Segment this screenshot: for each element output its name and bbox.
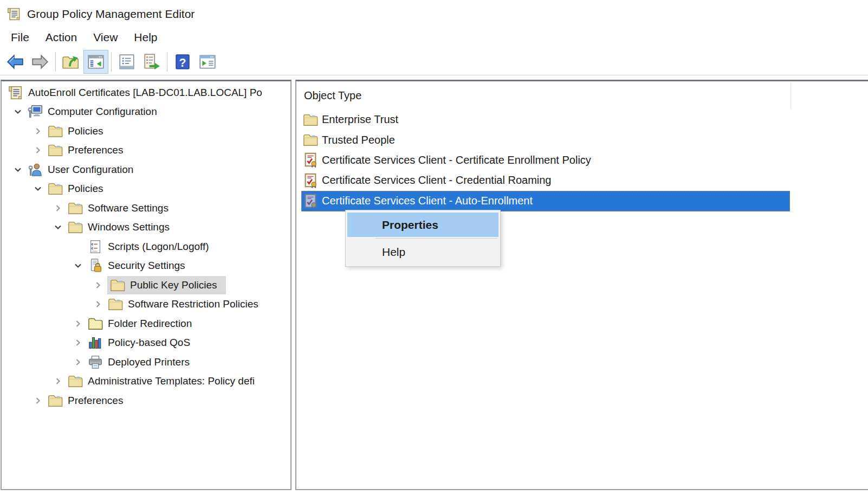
tree-item-label: Administrative Templates: Policy defi bbox=[88, 375, 258, 387]
tree-item-user-policies[interactable]: Policies bbox=[2, 179, 290, 199]
menu-view[interactable]: View bbox=[85, 29, 126, 46]
computer-configuration-icon bbox=[27, 104, 43, 120]
chevron-right-icon[interactable] bbox=[89, 299, 107, 310]
show-console-tree-button[interactable] bbox=[83, 50, 108, 74]
column-header-object-type[interactable]: Object Type bbox=[296, 81, 868, 110]
chevron-right-icon[interactable] bbox=[49, 203, 67, 214]
list-item-trusted-people[interactable]: Trusted People bbox=[296, 130, 868, 150]
tree-item-folder-redirection[interactable]: Folder Redirection bbox=[2, 314, 290, 333]
tree-item-windows-settings[interactable]: Windows Settings bbox=[2, 218, 290, 237]
toolbar bbox=[0, 49, 868, 75]
folder-icon bbox=[47, 393, 63, 409]
list-item-label: Enterprise Trust bbox=[322, 113, 398, 126]
tree-item-label: Scripts (Logon/Logoff) bbox=[108, 241, 212, 253]
certificate-icon bbox=[302, 152, 319, 168]
list-item-label: Certificate Services Client - Credential… bbox=[322, 174, 552, 187]
console-tree-pane: AutoEnroll Certificates [LAB-DC01.LAB.LO… bbox=[1, 80, 292, 490]
tree-item-computer-preferences[interactable]: Preferences bbox=[2, 141, 290, 160]
properties-button[interactable] bbox=[114, 50, 139, 74]
list-item-label: Certificate Services Client - Certificat… bbox=[322, 154, 591, 166]
chevron-right-icon[interactable] bbox=[29, 395, 47, 406]
back-button[interactable] bbox=[3, 50, 28, 74]
chevron-right-icon[interactable] bbox=[69, 337, 87, 348]
tree-item-label: Software Restriction Policies bbox=[128, 298, 262, 310]
menu-help[interactable]: Help bbox=[126, 29, 165, 46]
chevron-down-icon[interactable] bbox=[49, 222, 67, 233]
export-list-button[interactable] bbox=[139, 50, 164, 74]
certificate-icon bbox=[302, 193, 319, 209]
list-item-auto-enrollment[interactable]: Certificate Services Client - Auto-Enrol… bbox=[301, 191, 790, 211]
chevron-down-icon[interactable] bbox=[69, 260, 87, 271]
context-menu-item-properties[interactable]: Properties bbox=[347, 213, 498, 237]
new-window-button[interactable] bbox=[195, 50, 220, 74]
tree-item-scripts-logon-logoff[interactable]: Scripts (Logon/Logoff) bbox=[2, 237, 290, 256]
up-one-level-icon bbox=[62, 53, 80, 71]
context-menu-separator bbox=[375, 238, 497, 239]
certificate-icon bbox=[302, 172, 319, 189]
tree-item-user-preferences[interactable]: Preferences bbox=[2, 391, 290, 410]
list-item-cert-enrollment-policy[interactable]: Certificate Services Client - Certificat… bbox=[296, 150, 868, 170]
tree-item-label: Preferences bbox=[68, 144, 126, 156]
tree-item-root-gpo[interactable]: AutoEnroll Certificates [LAB-DC01.LAB.LO… bbox=[2, 83, 290, 102]
chevron-right-icon[interactable] bbox=[89, 280, 107, 291]
list-item-enterprise-trust[interactable]: Enterprise Trust bbox=[296, 110, 868, 130]
tree-item-computer-policies[interactable]: Policies bbox=[2, 121, 290, 141]
tree-item-label: User Configuration bbox=[48, 164, 137, 176]
column-header-label: Object Type bbox=[304, 89, 361, 102]
tree-item-software-settings[interactable]: Software Settings bbox=[2, 198, 290, 218]
chevron-right-icon[interactable] bbox=[29, 126, 47, 137]
security-settings-icon bbox=[87, 258, 103, 274]
chevron-down-icon[interactable] bbox=[29, 183, 47, 194]
new-window-icon bbox=[198, 53, 217, 71]
back-arrow-icon bbox=[6, 53, 24, 71]
window-title: Group Policy Management Editor bbox=[27, 8, 195, 21]
chevron-down-icon[interactable] bbox=[9, 164, 27, 175]
tree-item-security-settings[interactable]: Security Settings bbox=[2, 256, 290, 276]
tree-item-label: Policies bbox=[68, 125, 106, 137]
tree-item-public-key-policies[interactable]: Public Key Policies bbox=[2, 275, 290, 295]
tree-item-administrative-templates[interactable]: Administrative Templates: Policy defi bbox=[2, 372, 290, 391]
help-button[interactable] bbox=[170, 50, 195, 74]
scripts-icon bbox=[87, 239, 103, 255]
folder-icon bbox=[67, 200, 83, 216]
list-item-label: Certificate Services Client - Auto-Enrol… bbox=[322, 195, 533, 207]
menu-action[interactable]: Action bbox=[37, 29, 85, 46]
up-one-level-button[interactable] bbox=[59, 50, 83, 74]
list-item-credential-roaming[interactable]: Certificate Services Client - Credential… bbox=[296, 170, 868, 190]
results-list: Enterprise Trust Trusted People Certific… bbox=[296, 110, 868, 211]
column-divider[interactable] bbox=[791, 83, 791, 110]
folder-icon bbox=[47, 142, 63, 158]
tree-item-label: Deployed Printers bbox=[108, 356, 193, 368]
toolbar-separator bbox=[167, 52, 167, 72]
tree-item-user-configuration[interactable]: User Configuration bbox=[2, 160, 290, 179]
user-configuration-icon bbox=[27, 162, 43, 178]
toolbar-separator bbox=[55, 52, 56, 72]
export-list-icon bbox=[142, 53, 161, 71]
chevron-right-icon[interactable] bbox=[69, 318, 87, 329]
folder-icon bbox=[47, 123, 63, 139]
forward-arrow-icon bbox=[31, 53, 49, 71]
folder-icon bbox=[109, 277, 126, 293]
tree-item-label: AutoEnroll Certificates [LAB-DC01.LAB.LO… bbox=[28, 87, 265, 99]
context-menu-item-help[interactable]: Help bbox=[347, 240, 498, 264]
printer-icon bbox=[87, 354, 103, 370]
tree-item-computer-configuration[interactable]: Computer Configuration bbox=[2, 102, 290, 122]
menu-bar: File Action View Help bbox=[0, 27, 868, 48]
tree-item-label: Computer Configuration bbox=[48, 106, 160, 118]
window-titlebar: Group Policy Management Editor bbox=[7, 4, 195, 24]
chevron-right-icon[interactable] bbox=[69, 357, 87, 368]
tree-item-label: Public Key Policies bbox=[130, 279, 221, 291]
tree-item-software-restriction-policies[interactable]: Software Restriction Policies bbox=[2, 295, 290, 314]
folder-icon bbox=[302, 132, 319, 148]
folder-icon bbox=[107, 296, 124, 312]
tree-item-deployed-printers[interactable]: Deployed Printers bbox=[2, 352, 290, 372]
tree-item-policy-based-qos[interactable]: Policy-based QoS bbox=[2, 333, 290, 353]
menu-file[interactable]: File bbox=[3, 29, 37, 46]
chevron-right-icon[interactable] bbox=[49, 376, 67, 387]
qos-chart-icon bbox=[87, 335, 103, 351]
folder-icon bbox=[47, 181, 63, 197]
folder-redirection-icon bbox=[87, 316, 103, 332]
chevron-right-icon[interactable] bbox=[29, 145, 47, 156]
chevron-down-icon[interactable] bbox=[9, 106, 27, 117]
forward-button[interactable] bbox=[28, 50, 53, 74]
